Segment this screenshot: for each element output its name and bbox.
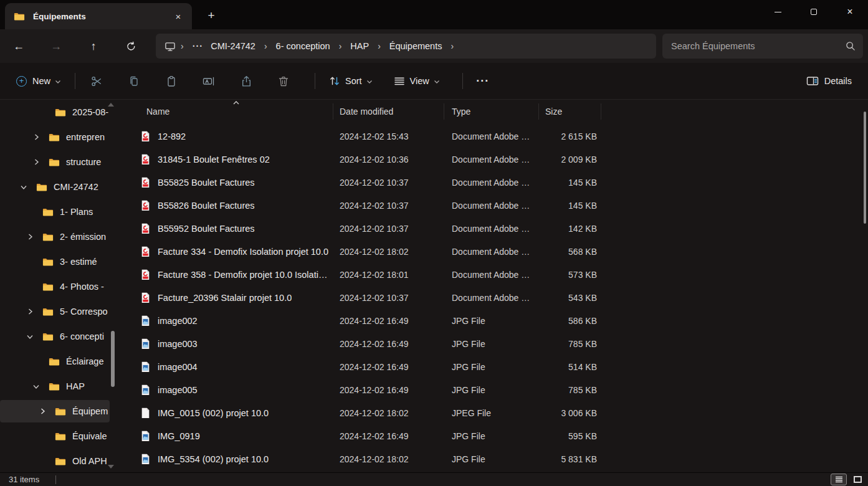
table-row[interactable]: image002 2024-12-02 16:49 JPG File 586 K…: [118, 309, 601, 332]
breadcrumb-item-equipements[interactable]: Équipements: [386, 39, 446, 54]
explorer-tab[interactable]: Équipements ×: [5, 3, 192, 29]
table-row[interactable]: image003 2024-12-02 16:49 JPG File 785 K…: [118, 332, 601, 355]
view-icon: [394, 75, 405, 87]
sidebar-scroll-up-arrow[interactable]: [108, 103, 114, 107]
rename-icon: [203, 75, 215, 87]
tree-item-5-correspo[interactable]: 5- Correspo: [0, 300, 110, 323]
search-icon[interactable]: [846, 41, 856, 51]
plus-circle-icon: +: [16, 76, 27, 87]
copy-button[interactable]: [120, 69, 148, 93]
folder-icon: [55, 457, 66, 466]
minimize-button[interactable]: [760, 0, 796, 24]
table-row[interactable]: B55825 Boulet Factures 2024-12-02 10:37 …: [118, 171, 601, 194]
file-size: 2 615 KB: [539, 131, 601, 141]
maximize-button[interactable]: [796, 0, 832, 24]
tree-item-6-conception[interactable]: 6- concepti: [0, 325, 110, 348]
tree-item-2025-08[interactable]: 2025-08-: [0, 101, 110, 123]
chevron-right-icon[interactable]: [26, 233, 34, 241]
chevron-down-icon[interactable]: [32, 384, 41, 389]
view-button[interactable]: View: [388, 69, 446, 93]
breadcrumb-item-cmi-24742[interactable]: CMI-24742: [207, 39, 259, 54]
chevron-right-icon[interactable]: [26, 308, 34, 315]
new-tab-button[interactable]: +: [201, 6, 222, 25]
this-pc-icon[interactable]: [165, 41, 176, 52]
table-row[interactable]: image005 2024-12-02 16:49 JPG File 785 K…: [118, 378, 601, 401]
pdf-file-icon: [140, 200, 151, 211]
table-row[interactable]: 12-892 2024-12-02 15:43 Document Adobe ……: [118, 125, 601, 148]
chevron-right-icon[interactable]: [32, 158, 41, 166]
sidebar-scroll-down-arrow[interactable]: [108, 465, 114, 469]
file-name: IMG_0015 (002) projet 10.0: [158, 408, 269, 418]
tree-item-equipements[interactable]: Équipem: [0, 400, 110, 422]
chevron-right-icon[interactable]: [38, 407, 47, 415]
file-size: 3 006 KB: [539, 408, 601, 418]
table-row[interactable]: IMG_5354 (002) projet 10.0 2024-12-02 18…: [118, 447, 601, 470]
table-row[interactable]: IMG_0919 2024-12-02 16:49 JPG File 595 K…: [118, 424, 601, 447]
delete-button[interactable]: [270, 69, 297, 93]
column-header-type[interactable]: Type: [444, 103, 539, 120]
new-button[interactable]: + New: [10, 69, 67, 93]
sort-ascending-icon: [232, 100, 240, 105]
file-name: image003: [158, 339, 198, 349]
file-size: 145 KB: [539, 178, 601, 188]
tree-item-4-photos[interactable]: 4- Photos -: [0, 275, 110, 298]
cut-button[interactable]: [83, 69, 110, 93]
close-button[interactable]: ×: [832, 0, 868, 24]
file-size: 785 KB: [539, 385, 601, 395]
table-row[interactable]: Facture_20396 Stalair projet 10.0 2024-1…: [118, 286, 601, 309]
search-box[interactable]: [662, 34, 863, 59]
tree-item-equivale[interactable]: Équivale: [0, 425, 110, 447]
tree-item-cmi-24742[interactable]: CMI-24742: [0, 176, 110, 198]
up-button[interactable]: ↑: [81, 35, 106, 57]
breadcrumb[interactable]: › ··· CMI-24742 › 6- conception › HAP › …: [156, 34, 656, 59]
large-icons-view-toggle[interactable]: [849, 474, 866, 485]
share-button[interactable]: [232, 69, 260, 93]
column-header-size[interactable]: Size: [539, 103, 601, 120]
tree-item-old-aph[interactable]: Old APH: [0, 450, 110, 472]
file-list-scrollbar[interactable]: [864, 112, 866, 224]
sort-button[interactable]: Sort: [323, 69, 379, 93]
tree-item-2-emission[interactable]: 2- émission: [0, 226, 110, 248]
tree-item-label: entrepren: [66, 132, 105, 142]
sidebar-scrollbar[interactable]: [111, 331, 115, 387]
tree-item-structure[interactable]: structure: [0, 151, 110, 173]
table-row[interactable]: 31845-1 Boulet Fenêtres 02 2024-12-02 10…: [118, 148, 601, 171]
column-header-name[interactable]: Name: [118, 103, 333, 120]
file-name: Facture 334 - Demofix Isolation projet 1…: [158, 247, 328, 257]
back-button[interactable]: ←: [6, 35, 31, 57]
folder-icon: [14, 12, 25, 21]
tree-item-entrepren[interactable]: entrepren: [0, 126, 110, 148]
breadcrumb-overflow-button[interactable]: ···: [189, 41, 207, 51]
file-type: Document Adobe …: [444, 247, 539, 257]
search-input[interactable]: [671, 41, 846, 51]
breadcrumb-item-6-conception[interactable]: 6- conception: [272, 39, 334, 54]
details-button[interactable]: Details: [800, 69, 858, 93]
tree-item-3-estime[interactable]: 3- estimé: [0, 250, 110, 273]
paste-button[interactable]: [158, 69, 185, 93]
table-row[interactable]: Facture 358 - Demofix projet 10.0 Isolat…: [118, 263, 601, 286]
tree-item-label: Old APH: [72, 456, 107, 466]
column-header-date-modified[interactable]: Date modified: [333, 103, 444, 120]
see-more-button[interactable]: ···: [470, 69, 495, 93]
chevron-right-icon[interactable]: [32, 133, 41, 141]
chevron-down-icon[interactable]: [26, 334, 34, 340]
table-row[interactable]: IMG_0015 (002) projet 10.0 2024-12-02 18…: [118, 401, 601, 424]
tab-close-icon[interactable]: ×: [169, 7, 187, 25]
navigation-pane: 2025-08- entrepren structure CMI-24742 1: [0, 100, 118, 472]
table-row[interactable]: B55952 Boulet Factures 2024-12-02 10:37 …: [118, 217, 601, 240]
forward-button[interactable]: →: [44, 35, 69, 57]
table-row[interactable]: B55826 Boulet Factures 2024-12-02 10:37 …: [118, 194, 601, 217]
details-view-toggle[interactable]: [831, 474, 847, 485]
tree-item-1-plans[interactable]: 1- Plans: [0, 201, 110, 223]
table-row[interactable]: image004 2024-12-02 16:49 JPG File 514 K…: [118, 355, 601, 378]
breadcrumb-item-hap[interactable]: HAP: [346, 39, 373, 54]
file-type: JPG File: [444, 431, 539, 441]
tree-item-hap[interactable]: HAP: [0, 375, 110, 398]
table-row[interactable]: Facture 334 - Demofix Isolation projet 1…: [118, 240, 601, 263]
tree-item-eclairage[interactable]: Éclairage: [0, 350, 110, 373]
chevron-down-icon: [434, 80, 440, 84]
refresh-button[interactable]: [118, 35, 143, 57]
file-list: Name Date modified Type Size 12-892 2024…: [118, 100, 868, 472]
rename-button[interactable]: [195, 69, 222, 93]
chevron-down-icon[interactable]: [19, 184, 28, 190]
